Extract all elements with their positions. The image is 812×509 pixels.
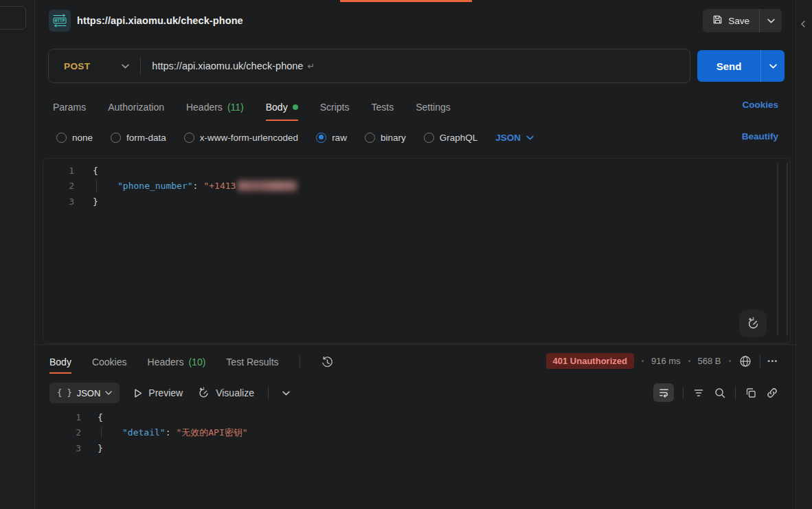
body-type-graphql[interactable]: GraphQL xyxy=(424,133,478,143)
postbot-ai-button[interactable] xyxy=(739,310,767,337)
network-globe-icon[interactable] xyxy=(738,354,752,368)
request-body-editor[interactable]: 1 { 2 "phone_number" : "+1413 3 } xyxy=(43,158,791,343)
open-brace: { xyxy=(93,166,98,176)
cookies-link[interactable]: Cookies xyxy=(742,100,778,110)
language-chevron-down-icon xyxy=(526,135,534,140)
editor-scrollbar[interactable] xyxy=(777,163,778,336)
code-line-3: 3 } xyxy=(43,194,790,210)
body-type-none[interactable]: none xyxy=(56,133,93,143)
response-tab-test-results-label: Test Results xyxy=(226,357,278,367)
link-icon[interactable] xyxy=(766,387,778,399)
visualize-button[interactable]: Visualize xyxy=(196,386,254,400)
tab-headers[interactable]: Headers(11) xyxy=(186,102,244,121)
preview-label: Preview xyxy=(148,387,183,398)
sidebar-collapsed-panel[interactable] xyxy=(0,6,26,30)
toolbar-chevron-down-icon[interactable] xyxy=(282,391,290,396)
tab-authorization-label: Authorization xyxy=(108,102,164,113)
code-line-2: 2 "detail" : "无效的API密钥" xyxy=(43,425,791,441)
url-bar-divider xyxy=(140,57,141,75)
tab-tests-label: Tests xyxy=(371,102,394,113)
response-tabs-divider xyxy=(300,356,300,368)
preview-button[interactable]: Preview xyxy=(133,387,183,398)
response-toolbar-right xyxy=(653,383,778,402)
toolbar-divider xyxy=(268,387,269,399)
send-button[interactable]: Send xyxy=(697,60,760,72)
status-badge[interactable]: 401 Unauthorized xyxy=(546,353,634,369)
body-modified-dot xyxy=(293,104,298,110)
tools-divider xyxy=(683,387,684,399)
panel-scrollbar[interactable] xyxy=(787,163,788,336)
http-method-icon: HTTP xyxy=(49,10,71,32)
body-type-urlencoded[interactable]: x-www-form-urlencoded xyxy=(184,133,298,143)
radio-none xyxy=(56,133,67,143)
enter-hint-icon: ↵ xyxy=(307,61,315,71)
tab-tests[interactable]: Tests xyxy=(371,102,394,121)
body-type-form-data-label: form-data xyxy=(126,133,166,143)
filter-icon[interactable] xyxy=(692,387,705,399)
response-more-options[interactable]: ••• xyxy=(768,358,778,365)
response-history-icon[interactable] xyxy=(321,356,334,369)
dot-separator xyxy=(729,360,731,362)
json-value: "无效的API密钥" xyxy=(176,427,247,439)
method-chevron-down-icon[interactable] xyxy=(122,64,129,69)
response-time[interactable]: 916 ms xyxy=(651,356,681,366)
dot-separator xyxy=(642,360,644,362)
radio-binary xyxy=(365,133,375,143)
code-line-2: 2 "phone_number" : "+1413 xyxy=(43,179,790,194)
tab-settings[interactable]: Settings xyxy=(416,102,451,121)
tab-authorization[interactable]: Authorization xyxy=(108,102,164,121)
response-format-label: JSON xyxy=(77,388,101,398)
request-panel: HTTP https://api.xiaomu.uk/check-phone S… xyxy=(36,0,796,509)
method-selector[interactable]: POST xyxy=(49,61,90,71)
url-input[interactable]: https://api.xiaomu.uk/check-phone xyxy=(152,60,303,71)
beautify-link[interactable]: Beautify xyxy=(742,131,778,142)
send-options-button[interactable] xyxy=(761,64,785,69)
tab-body[interactable]: Body xyxy=(266,102,298,121)
response-size[interactable]: 568 B xyxy=(698,356,721,366)
tab-params[interactable]: Params xyxy=(53,102,86,121)
tab-settings-label: Settings xyxy=(416,102,451,113)
radio-graphql xyxy=(424,133,434,143)
response-section-divider[interactable] xyxy=(36,344,796,345)
redacted-phone-blur xyxy=(238,181,297,191)
api-client-window: HTTP https://api.xiaomu.uk/check-phone S… xyxy=(0,0,812,509)
response-tab-body[interactable]: Body xyxy=(49,350,71,374)
indent-guide xyxy=(101,427,102,438)
copy-icon[interactable] xyxy=(745,387,757,399)
collapse-panel-icon[interactable] xyxy=(800,18,807,30)
response-tab-headers[interactable]: Headers(10) xyxy=(148,350,206,374)
body-type-raw[interactable]: raw xyxy=(316,133,347,143)
save-options-button[interactable] xyxy=(760,19,782,23)
response-headers-count-badge: (10) xyxy=(188,357,205,367)
response-format-selector[interactable]: { } JSON xyxy=(49,383,120,403)
response-toolbar: { } JSON Preview Visualize xyxy=(43,381,290,405)
body-type-binary-label: binary xyxy=(381,133,406,143)
word-wrap-button[interactable] xyxy=(653,383,674,402)
response-tab-body-label: Body xyxy=(49,357,71,367)
line-number: 3 xyxy=(43,443,81,453)
line-number: 1 xyxy=(43,166,74,176)
response-tab-test-results[interactable]: Test Results xyxy=(226,350,278,374)
search-icon[interactable] xyxy=(714,387,726,399)
code-line-1: 1 { xyxy=(43,409,791,425)
response-tabs: Body Cookies Headers(10) Test Results xyxy=(43,349,334,375)
tab-scripts[interactable]: Scripts xyxy=(320,102,350,121)
request-title: https://api.xiaomu.uk/check-phone xyxy=(77,15,243,26)
line-number: 2 xyxy=(43,427,81,438)
body-type-form-data[interactable]: form-data xyxy=(111,133,166,143)
format-chevron-down-icon xyxy=(105,391,112,395)
raw-language-selector[interactable]: JSON xyxy=(495,133,534,143)
body-type-raw-label: raw xyxy=(332,133,347,143)
dot-separator xyxy=(688,360,690,362)
request-tabs: Params Authorization Headers(11) Body Sc… xyxy=(43,92,451,121)
response-body-viewer[interactable]: 1 { 2 "detail" : "无效的API密钥" 3 } xyxy=(43,409,791,456)
response-status-bar: 401 Unauthorized 916 ms 568 B ••• xyxy=(546,353,778,369)
body-type-selector: none form-data x-www-form-urlencoded raw… xyxy=(43,125,534,150)
save-button-group: Save xyxy=(703,9,782,32)
body-type-binary[interactable]: binary xyxy=(365,133,406,143)
response-tab-cookies[interactable]: Cookies xyxy=(92,350,127,374)
tools-divider xyxy=(735,387,736,399)
save-button[interactable]: Save xyxy=(703,14,759,27)
status-divider xyxy=(760,355,760,367)
url-bar: POST https://api.xiaomu.uk/check-phone ↵ xyxy=(48,49,690,83)
